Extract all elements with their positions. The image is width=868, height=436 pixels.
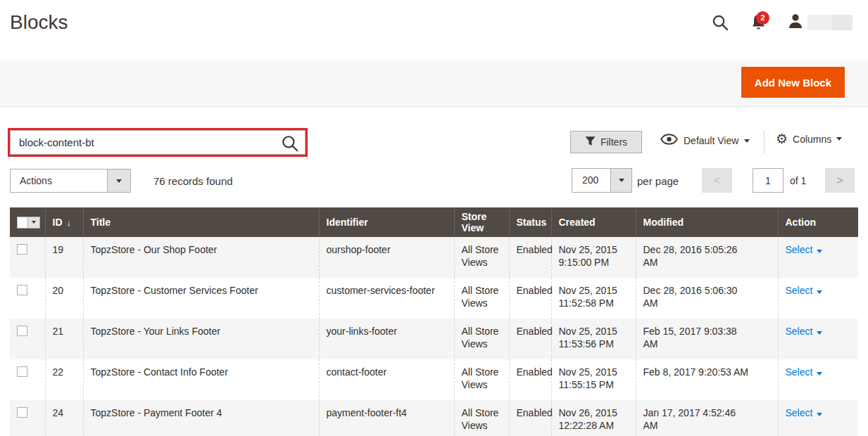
column-header-store-view[interactable]: Store View <box>454 207 509 237</box>
caret-down-icon <box>744 139 750 143</box>
cell-identifier: your-links-footer <box>319 319 454 359</box>
toolbar-divider <box>764 131 765 153</box>
blocks-grid: ID↓ Title Identifier Store View Status C… <box>10 207 858 436</box>
cell-identifier: ourshop-footer <box>319 237 454 278</box>
cell-title: TopzStore - Customer Services Footer <box>83 278 319 319</box>
row-action-select[interactable]: Select <box>786 407 823 418</box>
previous-page-button[interactable]: < <box>702 168 732 193</box>
page-actions-band: Add New Block <box>0 60 868 107</box>
cell-title: TopzStore - Contact Info Footer <box>83 359 319 400</box>
global-search-button[interactable] <box>708 13 732 34</box>
cell-store-view: All Store Views <box>462 407 503 432</box>
cell-modified: Feb 8, 2017 9:20:53 AM <box>643 366 748 379</box>
view-label: Default View <box>684 135 738 146</box>
table-row: 22 TopzStore - Contact Info Footer conta… <box>10 359 858 400</box>
funnel-icon <box>585 136 596 148</box>
cell-modified: Dec 28, 2016 5:05:26 AM <box>643 244 749 269</box>
cell-status: Enabled <box>509 359 551 400</box>
column-header-status[interactable]: Status <box>509 207 551 237</box>
records-found-text: 76 records found <box>153 175 233 187</box>
caret-down-icon <box>817 250 822 253</box>
table-row: 19 TopzStore - Our Shop Footer ourshop-f… <box>10 237 858 278</box>
next-page-button[interactable]: > <box>825 168 855 193</box>
cell-created: Nov 25, 2015 11:52:58 PM <box>559 285 630 310</box>
blocks-admin-page: Blocks 2 Add New Block <box>0 0 868 436</box>
table-row: 24 TopzStore - Payment Footer 4 payment-… <box>10 400 858 436</box>
cell-created: Nov 25, 2015 11:55:15 PM <box>559 366 630 392</box>
cell-created: Nov 25, 2015 11:53:56 PM <box>559 326 630 351</box>
columns-label: Columns <box>793 134 831 145</box>
account-menu[interactable] <box>788 13 853 32</box>
caret-down-icon <box>619 179 624 182</box>
grid-header-row: ID↓ Title Identifier Store View Status C… <box>10 207 858 237</box>
cell-identifier: customer-services-footer <box>319 278 454 319</box>
caret-down-icon <box>817 372 822 376</box>
cell-identifier: contact-footer <box>319 359 454 400</box>
page-title: Blocks <box>10 11 68 34</box>
cell-title: TopzStore - Payment Footer 4 <box>83 400 319 436</box>
cell-created: Nov 26, 2015 12:22:28 AM <box>559 407 630 432</box>
actions-label: Actions <box>11 169 107 192</box>
cell-id: 21 <box>45 319 83 359</box>
per-page-dropdown[interactable]: 200 <box>572 168 632 193</box>
column-header-action: Action <box>778 207 858 237</box>
cell-status: Enabled <box>509 237 551 278</box>
row-checkbox[interactable] <box>17 366 27 377</box>
add-new-block-button[interactable]: Add New Block <box>741 67 845 98</box>
cell-modified: Feb 15, 2017 9:03:38 AM <box>643 326 749 351</box>
select-all-checkbox[interactable] <box>17 217 28 229</box>
row-action-select[interactable]: Select <box>786 285 823 296</box>
cell-status: Enabled <box>509 278 551 319</box>
row-action-select[interactable]: Select <box>786 366 823 378</box>
search-highlight-annotation <box>8 128 308 157</box>
table-row: 20 TopzStore - Customer Services Footer … <box>10 278 858 319</box>
row-checkbox[interactable] <box>17 326 27 336</box>
row-action-select[interactable]: Select <box>786 244 823 255</box>
column-header-title[interactable]: Title <box>83 207 319 237</box>
cell-id: 19 <box>45 237 83 278</box>
cell-modified: Dec 28, 2016 5:06:30 AM <box>643 285 749 310</box>
person-icon <box>788 13 803 32</box>
user-name-redacted <box>807 15 853 30</box>
row-action-select[interactable]: Select <box>786 326 823 337</box>
caret-down-icon <box>817 413 822 416</box>
caret-down-icon <box>836 137 842 141</box>
caret-down-icon <box>817 331 822 335</box>
column-header-modified[interactable]: Modified <box>636 207 778 237</box>
gear-icon: ⚙ <box>776 132 788 146</box>
cell-id: 24 <box>45 400 83 436</box>
cell-identifier: payment-footer-ft4 <box>319 400 454 436</box>
keyword-search-submit[interactable] <box>281 134 299 155</box>
notification-count-badge: 2 <box>756 11 769 25</box>
eye-icon <box>660 134 678 148</box>
view-selector[interactable]: Default View <box>660 134 750 148</box>
caret-down-icon <box>817 290 822 294</box>
cell-title: TopzStore - Your Links Footer <box>83 319 319 359</box>
per-page-label: per page <box>637 175 679 187</box>
keyword-search-input[interactable] <box>10 130 306 155</box>
per-page-value: 200 <box>572 169 610 192</box>
select-all-control[interactable] <box>17 217 40 229</box>
filters-label: Filters <box>600 136 627 148</box>
row-checkbox[interactable] <box>17 407 27 418</box>
page-number-input[interactable] <box>753 168 784 193</box>
row-checkbox[interactable] <box>17 285 27 295</box>
cell-title: TopzStore - Our Shop Footer <box>83 237 319 278</box>
row-checkbox[interactable] <box>17 244 27 255</box>
cell-id: 20 <box>45 278 83 319</box>
table-row: 21 TopzStore - Your Links Footer your-li… <box>10 319 858 359</box>
column-header-created[interactable]: Created <box>551 207 636 237</box>
chevron-right-icon: > <box>836 174 843 187</box>
select-all-header <box>10 207 45 237</box>
chevron-left-icon: < <box>714 174 721 187</box>
filters-button[interactable]: Filters <box>570 131 642 153</box>
caret-down-icon <box>116 179 122 183</box>
cell-status: Enabled <box>509 400 551 436</box>
cell-store-view: All Store Views <box>462 366 503 392</box>
actions-dropdown[interactable]: Actions <box>10 169 131 193</box>
column-header-id[interactable]: ID↓ <box>45 207 83 237</box>
column-header-identifier[interactable]: Identifier <box>319 207 454 237</box>
cell-status: Enabled <box>509 319 551 359</box>
cell-store-view: All Store Views <box>462 326 503 351</box>
columns-selector[interactable]: ⚙ Columns <box>776 132 842 146</box>
